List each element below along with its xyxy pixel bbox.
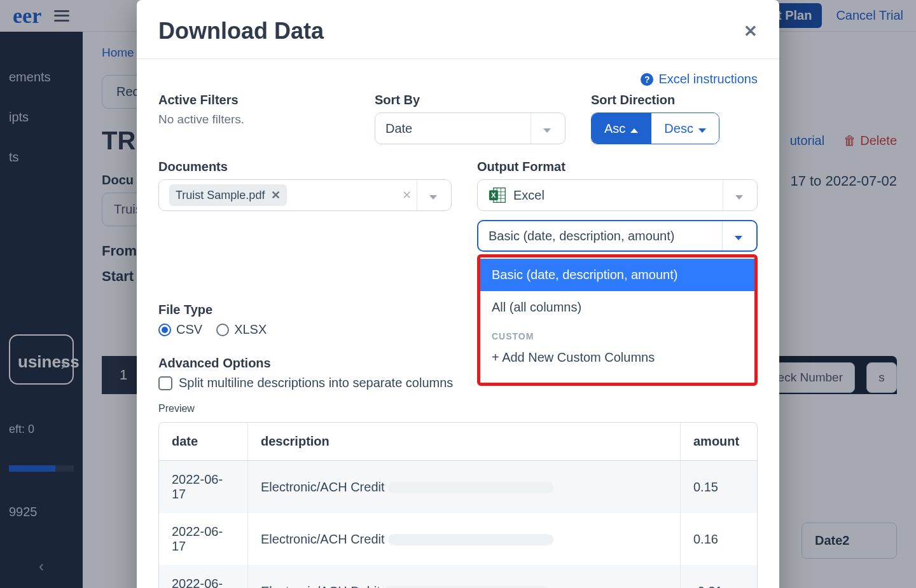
- columns-select[interactable]: Basic (date, description, amount): [477, 220, 758, 252]
- table-row: 2022-06-20 Electronic/ACH Debit -0.31: [159, 565, 757, 588]
- col-description: description: [248, 423, 681, 461]
- clear-all-icon[interactable]: ✕: [397, 188, 417, 202]
- documents-section-label: Documents: [158, 160, 452, 174]
- output-format-select[interactable]: X Excel: [477, 179, 758, 211]
- svg-text:X: X: [491, 191, 496, 199]
- split-multiline-checkbox[interactable]: [158, 376, 172, 390]
- chevron-down-icon: [698, 121, 706, 136]
- chevron-down-icon: [735, 229, 742, 243]
- active-filters-value: No active filters.: [158, 113, 349, 126]
- sort-direction-label: Sort Direction: [591, 93, 756, 107]
- excel-icon: X: [488, 186, 507, 204]
- preview-label: Preview: [158, 403, 758, 414]
- excel-instructions-link[interactable]: ? Excel instructions: [641, 72, 758, 86]
- preview-table: date description amount 2022-06-17 Elect…: [158, 422, 758, 588]
- columns-group-custom: CUSTOM: [480, 324, 754, 344]
- redacted-text: [388, 482, 553, 493]
- sort-by-label: Sort By: [375, 93, 566, 107]
- help-icon: ?: [641, 73, 653, 86]
- sort-direction-toggle: Asc Desc: [591, 113, 719, 144]
- modal-overlay: Download Data ✕ ? Excel instructions Act…: [0, 0, 916, 588]
- download-data-modal: Download Data ✕ ? Excel instructions Act…: [137, 0, 779, 588]
- chevron-up-icon: [630, 121, 638, 136]
- redacted-text: [388, 534, 553, 545]
- modal-title: Download Data: [158, 18, 324, 44]
- add-custom-columns[interactable]: + Add New Custom Columns: [480, 344, 754, 371]
- table-row: 2022-06-17 Electronic/ACH Credit 0.15: [159, 461, 757, 513]
- col-amount: amount: [681, 423, 757, 461]
- chevron-down-icon: [543, 121, 551, 136]
- sort-by-select[interactable]: Date: [375, 113, 566, 144]
- columns-option-basic[interactable]: Basic (date, description, amount): [480, 259, 754, 291]
- documents-multiselect[interactable]: Truist Sample.pdf ✕ ✕: [158, 179, 452, 211]
- columns-dropdown-menu: Basic (date, description, amount) All (a…: [477, 254, 758, 386]
- col-date: date: [159, 423, 248, 461]
- chevron-down-icon: [429, 188, 437, 203]
- split-multiline-label: Split multiline descriptions into separa…: [179, 376, 453, 390]
- remove-chip-icon[interactable]: ✕: [271, 188, 281, 202]
- active-filters-label: Active Filters: [158, 93, 349, 107]
- sort-asc-button[interactable]: Asc: [592, 113, 651, 144]
- file-type-csv-radio[interactable]: CSV: [158, 322, 202, 337]
- document-chip: Truist Sample.pdf ✕: [169, 184, 287, 206]
- close-icon[interactable]: ✕: [744, 22, 758, 41]
- table-row: 2022-06-17 Electronic/ACH Credit 0.16: [159, 513, 757, 565]
- chevron-down-icon: [735, 188, 743, 203]
- output-format-label: Output Format: [477, 160, 758, 174]
- sort-desc-button[interactable]: Desc: [651, 113, 719, 144]
- columns-option-all[interactable]: All (all columns): [480, 291, 754, 324]
- file-type-xlsx-radio[interactable]: XLSX: [216, 322, 267, 337]
